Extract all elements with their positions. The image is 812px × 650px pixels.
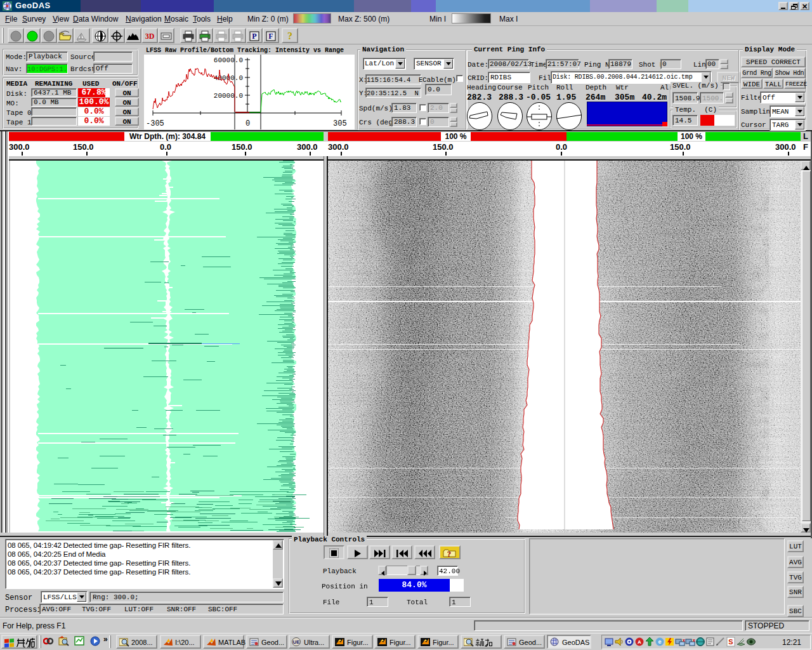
svg-text:A: A bbox=[638, 639, 641, 645]
svg-text:20000.0: 20000.0 bbox=[214, 92, 243, 100]
svg-text:0: 0 bbox=[246, 119, 250, 128]
svg-text:e: e bbox=[658, 639, 661, 645]
svg-text:UE: UE bbox=[292, 639, 300, 645]
svg-text:305: 305 bbox=[333, 119, 347, 128]
svg-text:F: F bbox=[268, 32, 273, 41]
svg-text:P: P bbox=[252, 32, 256, 41]
svg-text:?: ? bbox=[447, 550, 451, 558]
svg-text:S: S bbox=[728, 638, 733, 646]
svg-text:60000.0: 60000.0 bbox=[214, 56, 243, 64]
svg-text:-305: -305 bbox=[146, 119, 164, 128]
